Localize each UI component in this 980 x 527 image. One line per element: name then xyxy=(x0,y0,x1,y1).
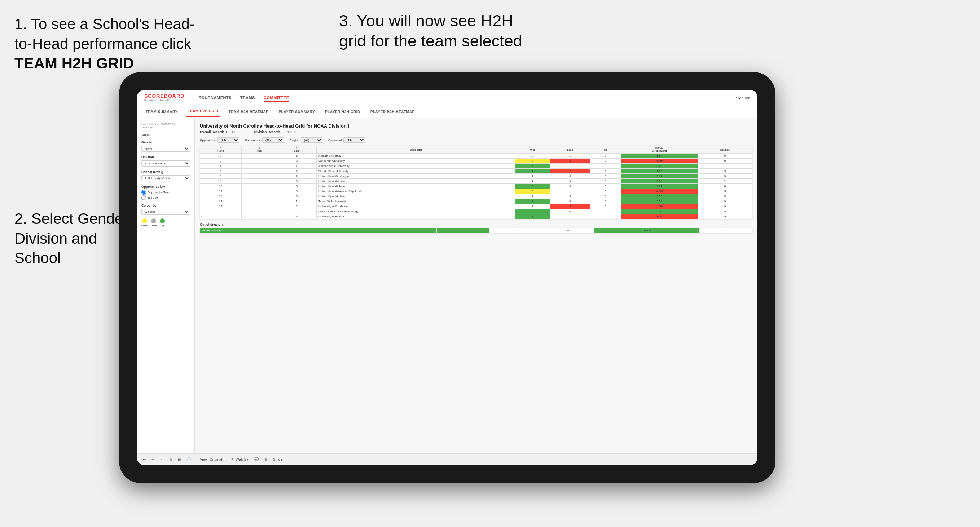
cell-rounds: 9 xyxy=(698,154,752,159)
cell-reg xyxy=(241,159,277,163)
nav-teams[interactable]: TEAMS xyxy=(240,94,255,102)
filter-conference: Conference (All) xyxy=(245,137,284,143)
legend-down: Down xyxy=(142,218,148,227)
out-division-name: NCAA Division II xyxy=(200,228,437,233)
tab-player-h2h-heatmap[interactable]: PLAYER H2H HEATMAP xyxy=(369,107,416,117)
toolbar-comment[interactable]: 💬 xyxy=(253,457,260,462)
cell-rank: 2 xyxy=(200,154,242,159)
tab-player-h2h-grid[interactable]: PLAYER H2H GRID xyxy=(323,107,362,117)
left-panel: Last Updated: 27/03/2024 16:55:38 Team G… xyxy=(137,118,195,454)
cell-conf: 2 xyxy=(277,174,317,179)
cell-rank: 8 xyxy=(200,174,242,179)
cell-win: 0 xyxy=(515,159,550,163)
cell-tie: 0 xyxy=(590,154,621,159)
toolbar-grid[interactable]: ⊞ xyxy=(263,457,269,462)
table-row: 10 5 University of Alabama 3 0 0 2.61 8 xyxy=(200,184,752,189)
cell-reg xyxy=(241,163,277,169)
cell-diff: 9.00 xyxy=(621,179,698,184)
cell-diff: -4.33 xyxy=(621,189,698,194)
cell-conf: 3 xyxy=(277,214,317,219)
table-row: 13 1 Texas Tech University 3 0 0 5.56 9 xyxy=(200,199,752,204)
toolbar-share[interactable]: Share xyxy=(272,457,284,462)
cell-diff: 2.61 xyxy=(621,184,698,189)
toolbar-view[interactable]: View: Original xyxy=(198,457,224,462)
out-division-row: NCAA Division II 1 0 0 26.00 3 xyxy=(200,228,752,233)
cell-rank: 9 xyxy=(200,179,242,184)
cell-rounds: 3 xyxy=(698,174,752,179)
cell-opponent: Auburn University xyxy=(317,154,515,159)
cell-rank: 12 xyxy=(200,194,242,199)
radio-group: Opponents Played Top 100 xyxy=(142,190,190,200)
gender-select[interactable]: Men's xyxy=(142,146,190,152)
toolbar-redo[interactable]: ↪ xyxy=(150,457,156,462)
cell-diff: 2.29 xyxy=(621,163,698,169)
division-select[interactable]: NCAA Division I xyxy=(142,160,190,167)
region-filter-select[interactable]: (All) xyxy=(301,137,323,143)
tab-team-h2h-grid[interactable]: TEAM H2H GRID xyxy=(186,106,220,117)
cell-reg xyxy=(241,204,277,209)
gender-label: Gender xyxy=(142,141,190,144)
toolbar-watch[interactable]: 👁 Watch ▾ xyxy=(230,457,250,462)
cell-conf: 2 xyxy=(277,159,317,163)
legend-up: Up xyxy=(160,218,165,227)
out-division-table: NCAA Division II 1 0 0 26.00 3 xyxy=(200,228,752,233)
cell-reg xyxy=(241,214,277,219)
toolbar-copy[interactable]: ⧉ xyxy=(168,457,173,462)
cell-tie: 0 xyxy=(590,189,621,194)
school-select[interactable]: 1. University of Nort... xyxy=(142,175,190,181)
tab-team-h2h-heatmap[interactable]: TEAM H2H HEATMAP xyxy=(227,107,270,117)
logo-main: SCOREBOARD xyxy=(144,94,184,99)
nav-committee[interactable]: COMMITTEE xyxy=(264,94,289,102)
cell-opponent: University of Oklahoma xyxy=(317,204,515,209)
cell-loss: 0 xyxy=(550,184,590,189)
cell-reg xyxy=(241,209,277,214)
annotation-1-bold: TEAM H2H GRID xyxy=(14,55,134,72)
filter-row: Opponents: (All) Conference (All) Region xyxy=(200,137,752,143)
out-div-tie: 0 xyxy=(542,228,594,233)
nav-tournaments[interactable]: TOURNAMENTS xyxy=(199,94,232,102)
sign-out[interactable]: | Sign out xyxy=(733,96,750,100)
cell-reg xyxy=(241,179,277,184)
cell-rounds: 3 xyxy=(698,189,752,194)
radio-top100[interactable]: Top 100 xyxy=(142,195,190,200)
cell-diff: 2.33 xyxy=(621,194,698,199)
cell-rank: 11 xyxy=(200,189,242,194)
table-row: 2 1 Auburn University 2 1 0 1.67 9 xyxy=(200,154,752,159)
col-reg: #Reg xyxy=(241,146,277,154)
tab-player-summary[interactable]: PLAYER SUMMARY xyxy=(277,107,316,117)
cell-opponent: University of Florida xyxy=(317,214,515,219)
table-row: 9 3 University of Arizona 1 0 0 9.00 2 xyxy=(200,179,752,184)
cell-opponent: University of Virginia xyxy=(317,194,515,199)
out-div-rounds: 3 xyxy=(700,228,752,233)
conference-filter-select[interactable]: (All) xyxy=(262,137,284,143)
toolbar-undo[interactable]: ↩ xyxy=(142,457,147,462)
bottom-toolbar: ↩ ↪ ← ⧉ ⊞ 🕐 View: Original 👁 Watch ▾ 💬 ⊞… xyxy=(137,454,757,465)
cell-opponent: University of Alabama xyxy=(317,184,515,189)
nav-bar: SCOREBOARD Powered by clippi TOURNAMENTS… xyxy=(137,90,757,106)
table-row: 16 3 University of Florida 3 1 0 -6.42 9 xyxy=(200,214,752,219)
out-div-diff: 26.00 xyxy=(594,228,700,233)
cell-win: 4 xyxy=(515,169,550,174)
toolbar-divider xyxy=(195,457,196,462)
sub-nav: TEAM SUMMARY TEAM H2H GRID TEAM H2H HEAT… xyxy=(137,106,757,118)
toolbar-clock[interactable]: 🕐 xyxy=(185,457,192,462)
cell-rank: 6 xyxy=(200,169,242,174)
opponent-filter-select[interactable]: (All) xyxy=(344,137,365,143)
col-loss: Loss xyxy=(550,146,590,154)
cell-opponent: Georgia Institute of Technology xyxy=(317,209,515,214)
annotation-1: 1. To see a School's Head-to-Head perfor… xyxy=(14,14,195,73)
cell-win: 3 xyxy=(515,214,550,219)
toolbar-paste[interactable]: ⊞ xyxy=(177,457,182,462)
data-table: #Rank #Reg #Conf Opponent Win Loss Tie D… xyxy=(200,146,752,219)
opponents-filter-select[interactable]: (All) xyxy=(218,137,239,143)
tab-team-summary[interactable]: TEAM SUMMARY xyxy=(144,107,179,117)
annotation-3: 3. You will now see H2Hgrid for the team… xyxy=(339,11,584,52)
cell-diff: 3.67 xyxy=(621,174,698,179)
cell-win: 1 xyxy=(515,204,550,209)
cell-win: 3 xyxy=(515,199,550,204)
colour-select[interactable]: Win/loss xyxy=(142,209,190,215)
radio-opponents[interactable]: Opponents Played xyxy=(142,190,190,195)
overall-record: Overall Record: 89 - 17 - 0 xyxy=(200,130,240,134)
toolbar-back[interactable]: ← xyxy=(159,457,165,462)
out-division-header: Out of division xyxy=(200,223,752,226)
